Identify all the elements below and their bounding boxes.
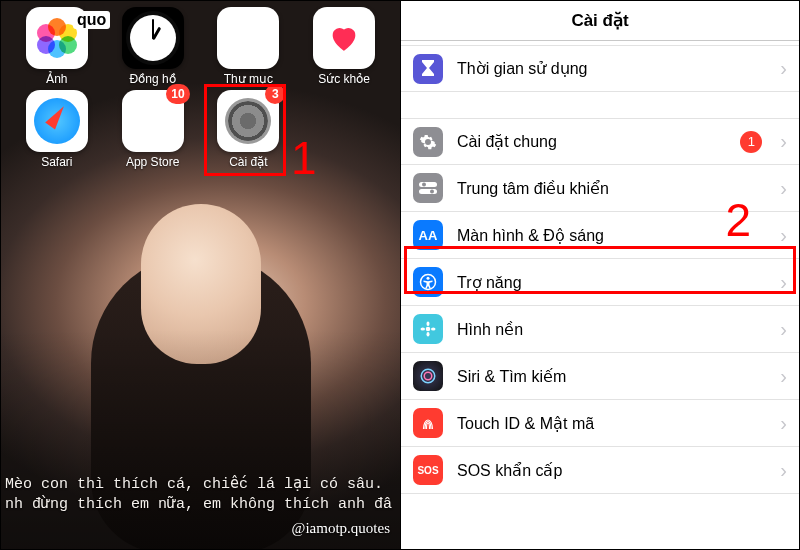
svg-point-8 bbox=[427, 332, 430, 337]
app-health[interactable]: Sức khỏe bbox=[296, 7, 392, 86]
annotation-number-2: 2 bbox=[725, 193, 751, 247]
svg-point-3 bbox=[430, 190, 434, 194]
row-label: Màn hình & Độ sáng bbox=[457, 226, 766, 245]
clock-icon bbox=[122, 7, 184, 69]
app-folder[interactable]: Thư mục bbox=[201, 7, 297, 86]
wallpaper-face bbox=[141, 204, 261, 364]
chevron-right-icon: › bbox=[780, 412, 787, 435]
app-label: Sức khỏe bbox=[318, 72, 370, 86]
row-label: Siri & Tìm kiếm bbox=[457, 367, 766, 386]
flower-icon bbox=[413, 314, 443, 344]
svg-point-7 bbox=[427, 322, 430, 327]
svg-point-6 bbox=[426, 327, 431, 332]
safari-icon bbox=[26, 90, 88, 152]
row-label: Cài đặt chung bbox=[457, 132, 726, 151]
app-label: Ảnh bbox=[46, 72, 67, 86]
svg-rect-2 bbox=[419, 189, 437, 194]
toggles-icon bbox=[413, 173, 443, 203]
svg-point-11 bbox=[421, 369, 435, 383]
folder-icon bbox=[217, 7, 279, 69]
settings-screen: Cài đặt Thời gian sử dụng › Cài đặt chun… bbox=[400, 1, 799, 549]
health-icon bbox=[313, 7, 375, 69]
row-touchid[interactable]: Touch ID & Mật mã › bbox=[401, 400, 799, 447]
svg-point-10 bbox=[431, 328, 436, 331]
chevron-right-icon: › bbox=[780, 57, 787, 80]
row-siri[interactable]: Siri & Tìm kiếm › bbox=[401, 353, 799, 400]
annotation-box-step2 bbox=[404, 246, 796, 294]
appstore-icon: 10 bbox=[122, 90, 184, 152]
annotation-number-1: 1 bbox=[291, 131, 317, 185]
chevron-right-icon: › bbox=[780, 318, 787, 341]
header-title: Cài đặt bbox=[401, 1, 799, 41]
app-appstore[interactable]: 10 App Store bbox=[105, 90, 201, 169]
row-label: Thời gian sử dụng bbox=[457, 59, 766, 78]
row-label: Hình nền bbox=[457, 320, 766, 339]
chevron-right-icon: › bbox=[780, 459, 787, 482]
hourglass-icon bbox=[413, 54, 443, 84]
chevron-right-icon: › bbox=[780, 224, 787, 247]
chevron-right-icon: › bbox=[780, 365, 787, 388]
row-label: SOS khẩn cấp bbox=[457, 461, 766, 480]
gear-icon bbox=[413, 127, 443, 157]
app-label: Đồng hồ bbox=[130, 72, 176, 86]
row-label: Trung tâm điều khiển bbox=[457, 179, 766, 198]
chevron-right-icon: › bbox=[780, 130, 787, 153]
svg-point-12 bbox=[424, 372, 432, 380]
app-safari[interactable]: Safari bbox=[9, 90, 105, 169]
wallpaper-credit: @iamotp.quotes bbox=[292, 520, 390, 537]
svg-point-1 bbox=[422, 183, 426, 187]
app-label: App Store bbox=[126, 155, 179, 169]
siri-icon bbox=[413, 361, 443, 391]
badge: 10 bbox=[166, 84, 189, 104]
sos-icon: SOS bbox=[413, 455, 443, 485]
app-grid: Ảnh Đồng hồ Thư mục Sức khỏe Safari bbox=[1, 1, 400, 169]
home-screen: quo Ảnh Đồng hồ bbox=[1, 1, 400, 549]
app-label: Safari bbox=[41, 155, 72, 169]
svg-rect-0 bbox=[419, 182, 437, 187]
row-label: Touch ID & Mật mã bbox=[457, 414, 766, 433]
badge: 1 bbox=[740, 131, 762, 153]
row-wallpaper[interactable]: Hình nền › bbox=[401, 306, 799, 353]
chevron-right-icon: › bbox=[780, 177, 787, 200]
annotation-box-step1 bbox=[204, 84, 286, 176]
row-general[interactable]: Cài đặt chung 1 › bbox=[401, 118, 799, 165]
row-screen-time[interactable]: Thời gian sử dụng › bbox=[401, 45, 799, 92]
fingerprint-icon bbox=[413, 408, 443, 438]
wallpaper-caption: Mèo con thì thích cá, chiếc lá lại có sâ… bbox=[1, 475, 400, 516]
app-clock[interactable]: Đồng hồ bbox=[105, 7, 201, 86]
svg-point-9 bbox=[421, 328, 426, 331]
quote-tag: quo bbox=[73, 11, 110, 29]
row-sos[interactable]: SOS SOS khẩn cấp › bbox=[401, 447, 799, 494]
